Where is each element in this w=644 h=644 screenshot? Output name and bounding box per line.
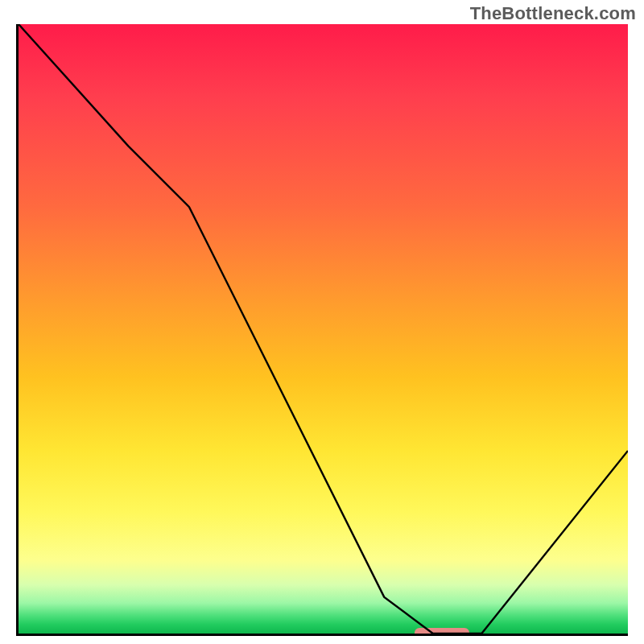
watermark-text: TheBottleneck.com — [470, 3, 636, 24]
bottleneck-curve — [19, 24, 628, 634]
chart-container: TheBottleneck.com — [0, 0, 644, 644]
plot-area — [16, 24, 628, 636]
